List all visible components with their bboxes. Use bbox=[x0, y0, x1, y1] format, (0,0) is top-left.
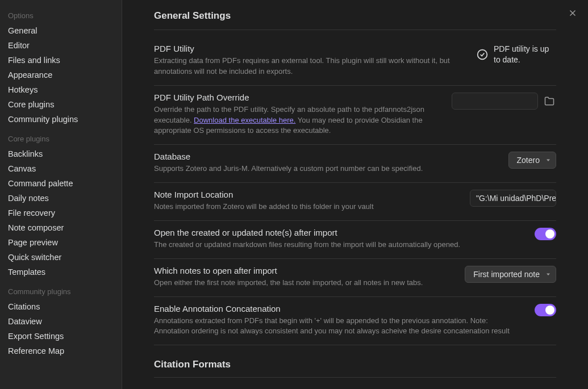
sidebar-item-export-settings[interactable]: Export Settings bbox=[0, 329, 122, 344]
sidebar-item-appearance[interactable]: Appearance bbox=[0, 68, 122, 82]
download-link[interactable]: Download the executable here. bbox=[194, 116, 295, 124]
setting-which-notes-open: Which notes to open after import Open ei… bbox=[154, 259, 556, 297]
sidebar-item-dataview[interactable]: Dataview bbox=[0, 314, 122, 329]
sidebar-item-quick-switcher[interactable]: Quick switcher bbox=[0, 250, 122, 265]
setting-name: Enable Annotation Concatenation bbox=[154, 304, 523, 313]
sidebar-item-note-composer[interactable]: Note composer bbox=[0, 220, 122, 235]
path-value: "G:\Mi unidad\PhD\Pre Ph bbox=[476, 194, 556, 203]
which-notes-dropdown[interactable]: First imported note bbox=[465, 266, 556, 283]
browse-folder-button[interactable] bbox=[543, 94, 556, 108]
sidebar-item-editor[interactable]: Editor bbox=[0, 38, 122, 53]
sidebar-heading-community: Community plugins bbox=[0, 284, 122, 299]
sidebar-item-community-plugins[interactable]: Community plugins bbox=[0, 112, 122, 127]
sidebar-heading-core: Core plugins bbox=[0, 131, 122, 147]
sidebar-item-hotkeys[interactable]: Hotkeys bbox=[0, 82, 122, 97]
sidebar-item-citations[interactable]: Citations bbox=[0, 299, 122, 314]
setting-desc: Override the path to the PDF utility. Sp… bbox=[154, 104, 440, 137]
setting-pdf-utility: PDF Utility Extracting data from PDFs re… bbox=[154, 37, 556, 86]
setting-open-after-import: Open the created or updated note(s) afte… bbox=[154, 221, 556, 259]
sidebar-item-reference-map[interactable]: Reference Map bbox=[0, 344, 122, 358]
setting-database: Database Supports Zotero and Juris-M. Al… bbox=[154, 145, 556, 183]
database-dropdown[interactable]: Zotero bbox=[508, 152, 556, 169]
folder-icon bbox=[544, 96, 554, 106]
sidebar-heading-options: Options bbox=[0, 8, 122, 23]
general-settings-title: General Settings bbox=[154, 10, 556, 30]
citation-formats-title: Citation Formats bbox=[154, 359, 556, 378]
sidebar-item-core-plugins[interactable]: Core plugins bbox=[0, 97, 122, 112]
sidebar-item-command-palette[interactable]: Command palette bbox=[0, 176, 122, 191]
sidebar-item-daily-notes[interactable]: Daily notes bbox=[0, 191, 122, 206]
dropdown-value: First imported note bbox=[473, 270, 540, 279]
setting-desc: Supports Zotero and Juris-M. Alternative… bbox=[154, 164, 497, 174]
pdf-path-input[interactable] bbox=[452, 93, 538, 110]
dropdown-value: Zotero bbox=[517, 156, 540, 165]
sidebar-item-page-preview[interactable]: Page preview bbox=[0, 235, 122, 250]
settings-main: General Settings PDF Utility Extracting … bbox=[122, 0, 588, 389]
pdf-utility-status: PDF utility is up to date. bbox=[477, 44, 556, 65]
setting-name: PDF Utility Path Override bbox=[154, 93, 440, 102]
setting-desc: Extracting data from PDFs requires an ex… bbox=[154, 56, 465, 77]
add-citation-row: Add Citation Format bbox=[154, 384, 556, 389]
sidebar-item-backlinks[interactable]: Backlinks bbox=[0, 147, 122, 161]
close-icon bbox=[568, 8, 578, 18]
open-after-import-toggle[interactable] bbox=[535, 228, 556, 240]
setting-name: Database bbox=[154, 152, 497, 161]
svg-point-2 bbox=[478, 50, 487, 60]
import-location-input[interactable]: "G:\Mi unidad\PhD\Pre Ph bbox=[470, 190, 556, 207]
setting-name: Which notes to open after import bbox=[154, 266, 453, 275]
status-text: PDF utility is up to date. bbox=[494, 44, 556, 65]
close-button[interactable] bbox=[566, 7, 579, 19]
sidebar-item-templates[interactable]: Templates bbox=[0, 265, 122, 279]
setting-desc: Annotations extracted from PDFs that beg… bbox=[154, 316, 523, 337]
setting-name: Note Import Location bbox=[154, 190, 458, 199]
setting-desc: Open either the first note imported, the… bbox=[154, 278, 453, 288]
toggle-knob bbox=[545, 229, 554, 239]
setting-desc: Notes imported from Zotero will be added… bbox=[154, 202, 458, 212]
setting-import-location: Note Import Location Notes imported from… bbox=[154, 183, 556, 221]
setting-pdf-path-override: PDF Utility Path Override Override the p… bbox=[154, 86, 556, 145]
check-circle-icon bbox=[477, 49, 488, 60]
setting-annotation-concat: Enable Annotation Concatenation Annotati… bbox=[154, 297, 556, 346]
sidebar-item-files-links[interactable]: Files and links bbox=[0, 53, 122, 68]
annotation-concat-toggle[interactable] bbox=[535, 304, 556, 316]
setting-name: Open the created or updated note(s) afte… bbox=[154, 228, 523, 237]
settings-sidebar: Options General Editor Files and links A… bbox=[0, 0, 122, 389]
sidebar-item-canvas[interactable]: Canvas bbox=[0, 161, 122, 176]
setting-desc: The created or updated markdown files re… bbox=[154, 240, 523, 250]
sidebar-item-general[interactable]: General bbox=[0, 23, 122, 38]
setting-name: PDF Utility bbox=[154, 44, 465, 53]
sidebar-item-file-recovery[interactable]: File recovery bbox=[0, 206, 122, 220]
toggle-knob bbox=[545, 306, 554, 315]
